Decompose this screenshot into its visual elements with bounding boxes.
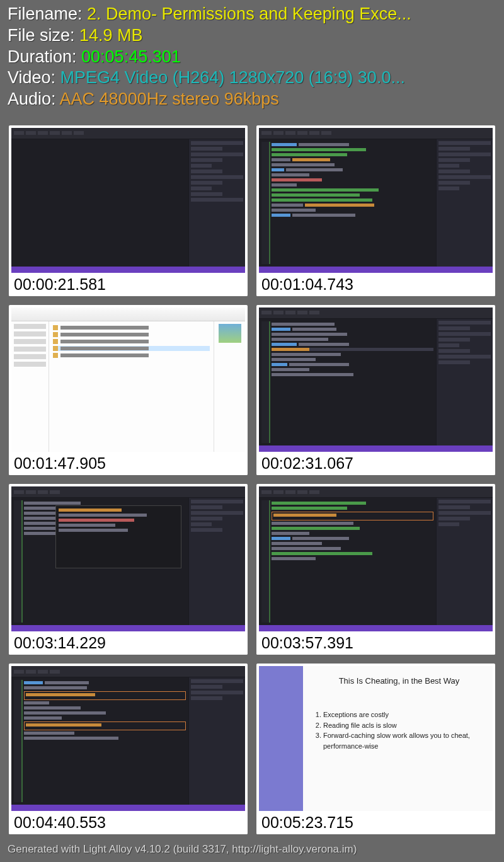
generator-footer: Generated with Light Alloy v4.10.2 (buil… bbox=[0, 839, 504, 862]
ide-menubar bbox=[259, 128, 493, 139]
ide-solution-explorer bbox=[436, 139, 493, 267]
slide-bullet-list: Exceptions are costly Reading file acls … bbox=[313, 710, 485, 751]
ide-statusbar bbox=[11, 267, 245, 273]
duration-value: 00:05:45.301 bbox=[81, 47, 181, 66]
ide-menubar bbox=[259, 486, 493, 498]
filename-line: Filename: 2. Demo- Permissions and Keepi… bbox=[8, 4, 496, 25]
ide-solution-explorer bbox=[188, 139, 245, 267]
slide-accent-bar bbox=[259, 666, 303, 811]
filesize-label: File size: bbox=[8, 26, 79, 45]
thumbnail-image bbox=[11, 666, 245, 811]
thumbnail-cell[interactable]: 00:02:31.067 bbox=[256, 305, 495, 476]
ide-editor bbox=[259, 319, 436, 446]
thumbnail-timestamp: 00:01:47.905 bbox=[9, 452, 248, 475]
thumbnail-cell[interactable]: 00:04:40.553 bbox=[9, 664, 248, 834]
ide-editor bbox=[11, 677, 188, 805]
ide-editor bbox=[259, 139, 436, 267]
slide-bullet: Reading file acls is slow bbox=[323, 720, 485, 731]
thumbnail-cell[interactable]: 00:03:57.391 bbox=[256, 484, 495, 655]
thumbnail-timestamp: 00:02:31.067 bbox=[256, 452, 495, 475]
ide-solution-explorer bbox=[436, 319, 493, 446]
explorer-ribbon bbox=[11, 307, 245, 321]
thumbnail-cell[interactable]: 00:01:04.743 bbox=[256, 125, 495, 296]
ide-editor bbox=[11, 139, 188, 267]
thumbnail-timestamp: 00:01:04.743 bbox=[256, 273, 495, 296]
thumbnail-grid: 00:00:21.581 bbox=[0, 117, 504, 839]
video-value: MPEG4 Video (H264) 1280x720 (16:9) 30.0.… bbox=[60, 68, 405, 87]
slide-title: This Is Cheating, in the Best Way bbox=[313, 676, 485, 686]
thumbnail-image bbox=[259, 128, 493, 273]
video-label: Video: bbox=[8, 68, 60, 87]
thumbnail-image bbox=[259, 307, 493, 452]
filename-label: Filename: bbox=[8, 4, 87, 23]
duration-label: Duration: bbox=[8, 47, 81, 66]
audio-label: Audio: bbox=[8, 89, 60, 108]
ide-menubar bbox=[11, 486, 245, 498]
duration-line: Duration: 00:05:45.301 bbox=[8, 47, 496, 68]
ide-solution-explorer bbox=[188, 677, 245, 805]
preview-thumbnail-icon bbox=[219, 324, 241, 343]
filesize-line: File size: 14.9 MB bbox=[8, 25, 496, 47]
thumbnail-timestamp: 00:00:21.581 bbox=[9, 273, 248, 296]
explorer-filepane bbox=[49, 321, 214, 452]
ide-solution-explorer bbox=[436, 498, 493, 625]
filesize-value: 14.9 MB bbox=[79, 26, 143, 45]
ide-menubar bbox=[11, 128, 245, 139]
presentation-slide: This Is Cheating, in the Best Way Except… bbox=[259, 666, 493, 811]
ide-statusbar bbox=[259, 445, 493, 452]
ide-popup-dialog bbox=[55, 505, 181, 568]
thumbnail-image bbox=[259, 486, 493, 631]
ide-statusbar bbox=[259, 267, 493, 273]
slide-bullet: Exceptions are costly bbox=[323, 710, 485, 720]
ide-statusbar bbox=[259, 625, 493, 631]
thumbnail-timestamp: 00:04:40.553 bbox=[9, 811, 248, 834]
audio-line: Audio: AAC 48000Hz stereo 96kbps bbox=[8, 89, 496, 110]
thumbnail-image bbox=[11, 128, 245, 273]
ide-menubar bbox=[11, 666, 245, 677]
explorer-preview-pane bbox=[214, 321, 245, 452]
explorer-navpane bbox=[11, 321, 49, 452]
ide-statusbar bbox=[11, 805, 245, 811]
thumbnail-image: This Is Cheating, in the Best Way Except… bbox=[259, 666, 493, 811]
ide-menubar bbox=[259, 307, 493, 319]
file-info-header: Filename: 2. Demo- Permissions and Keepi… bbox=[0, 0, 504, 117]
thumbnail-timestamp: 00:03:57.391 bbox=[256, 631, 495, 655]
video-line: Video: MPEG4 Video (H264) 1280x720 (16:9… bbox=[8, 67, 496, 89]
slide-bullet: Forward-caching slow work allows you to … bbox=[323, 730, 485, 751]
thumbnail-image bbox=[11, 307, 245, 452]
thumbnail-cell[interactable]: This Is Cheating, in the Best Way Except… bbox=[256, 664, 495, 834]
thumbnail-image bbox=[11, 486, 245, 631]
audio-value: AAC 48000Hz stereo 96kbps bbox=[60, 89, 279, 108]
thumbnail-cell[interactable]: 00:00:21.581 bbox=[9, 125, 248, 296]
thumbnail-cell[interactable]: 00:01:47.905 bbox=[9, 305, 248, 476]
thumbnail-timestamp: 00:03:14.229 bbox=[9, 631, 248, 655]
thumbnail-cell[interactable]: 00:03:14.229 bbox=[9, 484, 248, 655]
thumbnail-timestamp: 00:05:23.715 bbox=[256, 811, 495, 834]
ide-statusbar bbox=[11, 625, 245, 631]
ide-editor bbox=[259, 498, 436, 625]
filename-value: 2. Demo- Permissions and Keeping Exce... bbox=[87, 4, 411, 23]
ide-solution-explorer bbox=[188, 498, 245, 625]
